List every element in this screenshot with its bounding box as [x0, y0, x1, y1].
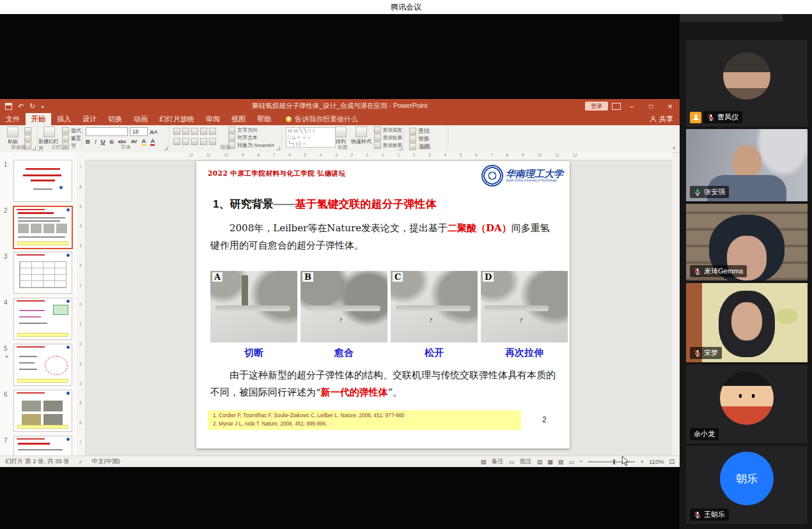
grow-font-icon[interactable]: A˄: [150, 128, 157, 135]
fit-to-window-icon[interactable]: [669, 458, 675, 465]
dialog-launcher-icon[interactable]: [164, 146, 168, 150]
dialog-launcher-icon[interactable]: [398, 146, 402, 150]
copy-icon: [24, 135, 31, 142]
ruler-number: 9: [522, 153, 524, 157]
zoom-out-icon[interactable]: [579, 458, 583, 465]
person-icon: [650, 116, 657, 123]
tab-slideshow[interactable]: 幻灯片放映: [153, 113, 200, 125]
numbering-icon[interactable]: [182, 128, 189, 135]
slide-sorter-view-icon[interactable]: [547, 459, 553, 465]
dialog-launcher-icon[interactable]: [276, 146, 280, 150]
participant-tile-yuxiaolong[interactable]: 余小龙: [686, 365, 808, 443]
redo-icon[interactable]: [29, 102, 35, 111]
ruler-number: 8: [506, 153, 509, 157]
normal-view-icon[interactable]: [537, 459, 543, 465]
quick-styles-button[interactable]: 快速样式: [350, 126, 373, 145]
reset-button[interactable]: 重置: [62, 135, 81, 142]
ruler-number: 7: [273, 153, 276, 157]
tell-me-box[interactable]: 告诉我你想要做什么: [286, 113, 358, 125]
tab-design[interactable]: 设计: [77, 113, 102, 125]
tab-review[interactable]: 审阅: [200, 113, 226, 125]
line-spacing-icon[interactable]: [209, 128, 216, 135]
mouse-cursor: [621, 456, 630, 466]
collapse-ribbon-icon[interactable]: [672, 145, 676, 151]
participant-tile-wangchaole[interactable]: 朝乐 王朝乐: [686, 446, 808, 524]
slide-thumbnail-panel[interactable]: 1 2: [0, 152, 77, 456]
zoom-level[interactable]: 110%: [649, 458, 664, 465]
notes-button[interactable]: 备注: [492, 457, 504, 466]
shape-outline-button[interactable]: 形状轮廓: [374, 134, 402, 141]
minimize-button[interactable]: [622, 99, 641, 113]
align-text-button[interactable]: 对齐文本: [228, 134, 258, 141]
shape-fill-button[interactable]: 形状填充: [374, 126, 402, 134]
zoom-slider-thumb[interactable]: [613, 459, 615, 464]
tab-transitions[interactable]: 切换: [102, 113, 128, 125]
clipboard-group: 粘贴 剪贴板: [0, 125, 38, 151]
ruler-number: 5: [460, 153, 462, 157]
increase-indent-icon[interactable]: [200, 128, 207, 135]
participant-tile-zhanganqiang[interactable]: 张安强: [686, 129, 808, 201]
arrow-icon: [518, 315, 524, 325]
paste-button[interactable]: 粘贴: [2, 126, 24, 145]
slide-thumbnail-7[interactable]: [13, 436, 72, 456]
ruler-number: 9: [242, 153, 244, 157]
zoom-in-icon[interactable]: [640, 458, 644, 465]
text-direction-button[interactable]: 文字方向: [228, 126, 258, 134]
decrease-indent-icon[interactable]: [191, 128, 198, 135]
qat-customize-icon[interactable]: [41, 102, 43, 110]
share-button[interactable]: 共享: [650, 113, 673, 125]
undo-icon[interactable]: [18, 102, 24, 111]
editing-group: 查找 替换 选择 编辑: [404, 125, 448, 151]
slide-thumbnail-5[interactable]: [13, 344, 72, 386]
slide[interactable]: 2022 中原工学院材料与化工学院 弘德讲坛 华南理工大学 South Chin…: [196, 161, 570, 448]
cut-button[interactable]: [24, 127, 31, 134]
participant-tile-songmeng[interactable]: 宋梦: [686, 283, 808, 362]
participant-tile-maiqigemma[interactable]: 麦琦Gemma: [686, 204, 808, 280]
university-seal-icon: [481, 165, 503, 187]
dialog-launcher-icon[interactable]: [32, 146, 36, 150]
notes-icon[interactable]: [481, 458, 487, 465]
tab-home[interactable]: 开始: [26, 113, 51, 125]
participant-tile-caofengyi[interactable]: 曹凤仪: [686, 40, 808, 126]
arrange-button[interactable]: 排列: [333, 126, 348, 145]
tab-animations[interactable]: 动画: [128, 113, 153, 125]
slideshow-view-icon[interactable]: [568, 459, 574, 465]
language-indicator[interactable]: 中文(中国): [92, 457, 120, 466]
copy-button[interactable]: [24, 135, 31, 142]
spellcheck-icon[interactable]: [79, 458, 83, 465]
ruler-number: 4: [320, 153, 322, 157]
save-icon[interactable]: [5, 103, 12, 110]
ribbon-display-options-icon[interactable]: [612, 103, 621, 110]
bullets-icon[interactable]: [173, 128, 180, 135]
slide-thumbnail-4[interactable]: [13, 298, 72, 340]
reading-view-icon[interactable]: [558, 459, 564, 465]
comments-button[interactable]: 批注: [520, 457, 532, 466]
slide-thumbnail-6[interactable]: [13, 390, 72, 432]
ruler-number: 11: [207, 153, 211, 157]
slide-thumbnail-2-selected[interactable]: [13, 206, 73, 249]
font-size-box[interactable]: 18: [130, 127, 148, 136]
slide-thumbnail-3[interactable]: [13, 252, 72, 294]
thumbnail-number: 4: [4, 299, 8, 306]
ruler-number: 4: [79, 381, 82, 386]
thumbnail-number: 6: [4, 391, 8, 398]
close-button[interactable]: [660, 99, 680, 113]
thumbnail-number: 7: [4, 437, 8, 444]
font-name-box[interactable]: [86, 127, 128, 136]
new-slide-icon: [43, 126, 55, 137]
tab-view[interactable]: 视图: [226, 113, 251, 125]
ruler-number: 3: [335, 153, 338, 157]
tab-file[interactable]: 文件: [0, 113, 26, 125]
layout-button[interactable]: 版式: [62, 127, 81, 134]
comments-icon[interactable]: [509, 458, 515, 465]
tab-help[interactable]: 帮助: [251, 113, 277, 125]
os-titlebar: 腾讯会议: [0, 0, 812, 14]
tab-insert[interactable]: 插入: [51, 113, 77, 125]
slide-thumbnail-1[interactable]: [13, 160, 72, 202]
login-button[interactable]: 登录: [585, 102, 608, 111]
ruler-number: 2: [350, 153, 353, 157]
slide-canvas[interactable]: 2022 中原工学院材料与化工学院 弘德讲坛 华南理工大学 South Chin…: [85, 160, 667, 456]
maximize-button[interactable]: [641, 99, 660, 113]
figure-label: D: [483, 272, 494, 282]
university-name-cn: 华南理工大学: [506, 169, 563, 179]
